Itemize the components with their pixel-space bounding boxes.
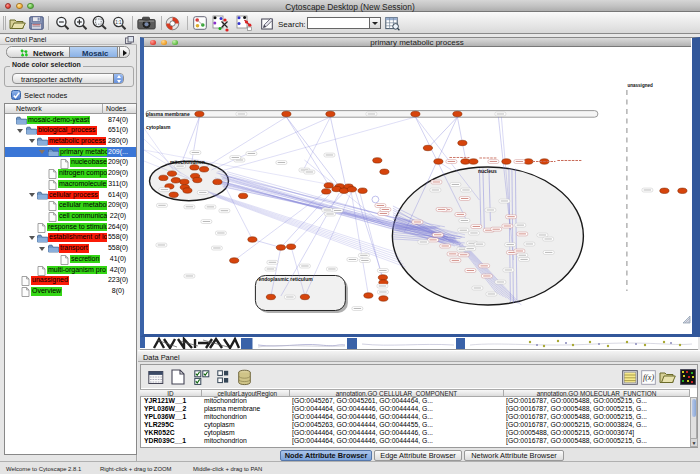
svg-text:plasma membrane: plasma membrane [146, 111, 190, 117]
svg-text:nucleus: nucleus [478, 168, 497, 174]
svg-text:cytoplasm: cytoplasm [146, 124, 171, 130]
svg-text:mitochondrion: mitochondrion [170, 159, 205, 165]
svg-text:1:1: 1:1 [115, 20, 122, 25]
svg-text:unassigned: unassigned [627, 83, 653, 88]
svg-text:endoplasmic reticulum: endoplasmic reticulum [258, 276, 313, 282]
svg-text:f(x): f(x) [643, 373, 654, 382]
